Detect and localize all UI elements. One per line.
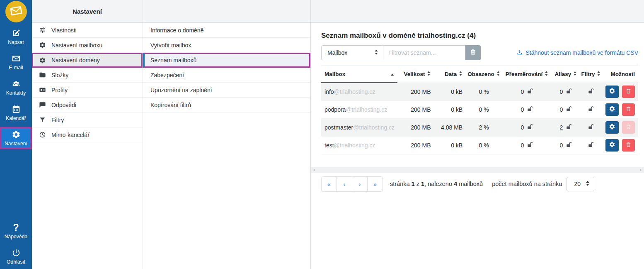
- previous-page-button[interactable]: ‹: [337, 176, 352, 192]
- sidebar-item-kontakty[interactable]: Kontakty: [0, 76, 32, 98]
- clear-filter-button[interactable]: [465, 45, 481, 60]
- settings-menu-header: Nastavení: [32, 0, 143, 23]
- sidebar-item-napsat[interactable]: Napsat: [0, 26, 32, 48]
- next-page-button[interactable]: ›: [352, 176, 368, 192]
- page-title: Seznam mailboxů v doméně trialhosting.cz…: [321, 32, 638, 40]
- lock-open-icon[interactable]: [566, 124, 572, 131]
- menu-item-nastaveni-domeny[interactable]: Nastavení domény: [32, 53, 143, 68]
- lock-open-icon[interactable]: [527, 124, 533, 131]
- submenu-item-seznam-mailboxu[interactable]: Seznam mailboxů: [143, 53, 310, 68]
- menu-item-filtry[interactable]: Filtry: [32, 112, 143, 127]
- menu-item-odpovedi[interactable]: Odpovědi: [32, 98, 143, 112]
- delete-mailbox-button[interactable]: [622, 86, 635, 98]
- mailbox-settings-button[interactable]: [605, 139, 618, 152]
- velikost-cell: 200 MB: [397, 83, 434, 100]
- sidebar-item-nastaveni[interactable]: Nastavení: [0, 127, 32, 149]
- sidebar-item-odhlasit[interactable]: Odhlásit: [0, 245, 32, 267]
- menu-item-profily[interactable]: Profily: [32, 83, 143, 98]
- submenu-item-zabezpeceni[interactable]: Zabezpečení: [143, 68, 310, 83]
- delete-mailbox-button[interactable]: [622, 139, 635, 152]
- submenu-item-informace-o-domene[interactable]: Informace o doméně: [143, 23, 310, 38]
- filtry-cell: [580, 83, 602, 100]
- column-header-presmerovani[interactable]: Přesměrování: [502, 66, 552, 83]
- mailbox-table: Mailbox Velikost Data: [321, 66, 638, 154]
- sidebar-item-email[interactable]: E-mail: [0, 51, 32, 73]
- lock-open-icon[interactable]: [588, 125, 594, 131]
- gear-icon: [609, 88, 615, 95]
- data-cell: 4,08 MB: [434, 118, 466, 136]
- pagination-buttons: « ‹ › »: [321, 176, 383, 192]
- sidebar-item-label: Nastavení: [5, 141, 27, 147]
- filter-input[interactable]: [383, 45, 465, 60]
- pagination-status: stránka 1 z 1, nalezeno 4 mailboxů: [390, 181, 483, 187]
- lock-open-icon[interactable]: [566, 142, 572, 149]
- app-logo[interactable]: [5, 1, 27, 22]
- presmerovani-cell: 0: [502, 100, 552, 118]
- scroll-right-icon[interactable]: ›: [640, 167, 642, 173]
- sidebar-item-kalendar[interactable]: Kalendář: [0, 102, 32, 124]
- sidebar-item-label: E-mail: [9, 65, 23, 71]
- funnel-icon: [39, 116, 46, 124]
- per-page-control: počet mailboxů na stránku 20: [492, 177, 594, 191]
- select-arrows-icon: [374, 49, 378, 56]
- menu-item-mimo-kancelar[interactable]: Mimo-kancelář: [32, 127, 143, 142]
- sort-both-icon: [427, 71, 431, 77]
- filtry-cell: [580, 136, 602, 154]
- mailbox-cell: postmaster@trialhosting.cz: [321, 118, 397, 136]
- filtry-cell: [580, 118, 602, 136]
- submenu-item-label: Vytvořit mailbox: [150, 42, 191, 49]
- obsazeno-cell: 2 %: [466, 118, 502, 136]
- per-page-select[interactable]: 20: [567, 177, 594, 191]
- download-csv-link[interactable]: Stáhnout seznam mailboxů ve formátu CSV: [516, 49, 638, 57]
- aliasy-cell: 2: [552, 118, 580, 136]
- column-header-velikost[interactable]: Velikost: [397, 66, 434, 83]
- aliasy-count-link[interactable]: 2: [559, 124, 563, 131]
- download-csv-label: Stáhnout seznam mailboxů ve formátu CSV: [525, 49, 638, 56]
- mailbox-settings-button[interactable]: [605, 86, 618, 98]
- lock-open-icon[interactable]: [527, 106, 533, 113]
- lock-open-icon[interactable]: [588, 107, 594, 113]
- menu-item-label: Mimo-kancelář: [51, 132, 90, 138]
- column-header-mailbox[interactable]: Mailbox: [321, 66, 397, 83]
- first-page-button[interactable]: «: [321, 176, 337, 192]
- sidebar-item-label: Kontakty: [6, 90, 26, 96]
- menu-item-nastaveni-mailboxu[interactable]: Nastavení mailboxu: [32, 38, 143, 53]
- lock-open-icon[interactable]: [566, 106, 572, 113]
- scroll-left-icon[interactable]: ‹: [313, 167, 315, 173]
- lock-open-icon[interactable]: [588, 142, 594, 149]
- lock-open-icon[interactable]: [588, 89, 594, 95]
- sort-asc-icon: [390, 71, 394, 77]
- submenu-item-vytvorit-mailbox[interactable]: Vytvořit mailbox: [143, 38, 310, 53]
- trash-icon: [470, 49, 477, 57]
- last-page-button[interactable]: »: [367, 176, 383, 192]
- table-row: postmaster@trialhosting.cz 200 MB 4,08 M…: [321, 118, 638, 136]
- delete-mailbox-button[interactable]: [622, 103, 635, 116]
- column-header-data[interactable]: Data: [434, 66, 466, 83]
- horizontal-scrollbar[interactable]: ‹ ›: [311, 167, 644, 173]
- mailbox-settings-button[interactable]: [605, 103, 618, 116]
- submenu-item-kopirovani-filtru[interactable]: Kopírování filtrů: [143, 98, 310, 112]
- column-header-aliasy[interactable]: Aliasy: [552, 66, 580, 83]
- gear-icon: [609, 105, 615, 113]
- menu-item-label: Nastavení mailboxu: [51, 42, 102, 49]
- delete-mailbox-button: [622, 121, 635, 134]
- menu-item-slozky[interactable]: Složky: [32, 68, 143, 83]
- sidebar-item-napoveda[interactable]: ? Nápověda: [0, 220, 32, 242]
- domain-submenu-header: [143, 0, 310, 23]
- column-header-obsazeno[interactable]: Obsazeno: [466, 66, 502, 83]
- submenu-item-upozorneni-na-zaplneni[interactable]: Upozornění na zaplnění: [143, 83, 310, 98]
- gear-icon: [39, 42, 46, 49]
- velikost-cell: 200 MB: [397, 100, 434, 118]
- lock-open-icon[interactable]: [527, 88, 533, 95]
- lock-open-icon[interactable]: [527, 142, 533, 149]
- folder-icon: [39, 71, 46, 79]
- table-header-row: Mailbox Velikost Data: [321, 66, 638, 83]
- obsazeno-cell: 0 %: [466, 100, 502, 118]
- filter-field-select[interactable]: Mailbox: [321, 45, 383, 60]
- lock-open-icon[interactable]: [566, 88, 572, 95]
- menu-item-vlastnosti[interactable]: Vlastnosti: [32, 23, 143, 38]
- aliasy-cell: 0: [552, 100, 580, 118]
- column-header-filtry[interactable]: Filtry: [580, 66, 602, 83]
- mailbox-settings-button[interactable]: [605, 121, 618, 134]
- contact-card-icon: [39, 86, 46, 94]
